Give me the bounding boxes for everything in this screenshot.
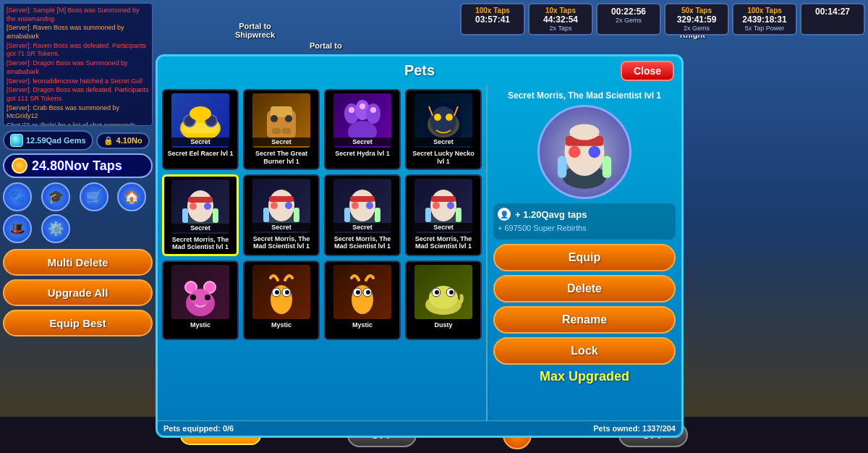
stat-row-taps: 👤 + 1.20Qavg taps bbox=[498, 208, 671, 221]
svg-rect-42 bbox=[344, 208, 350, 222]
svg-rect-36 bbox=[294, 208, 299, 222]
pet-cell-great-burner[interactable]: Secret Secret The Great Burner lvl 1 bbox=[243, 89, 320, 170]
selected-pet-large-svg bbox=[548, 112, 621, 192]
svg-point-7 bbox=[271, 115, 278, 122]
svg-point-68 bbox=[366, 290, 370, 295]
timer-1-label: 10x Taps bbox=[534, 7, 587, 14]
svg-point-67 bbox=[356, 290, 360, 295]
timer-2-label: 50x Taps bbox=[670, 7, 723, 14]
nav-grid: 🐾 🎓 🛒 🏠 🎩 ⚙️ bbox=[3, 182, 153, 243]
timer-5-sub: 5x Tap Power bbox=[738, 25, 791, 32]
pet-cell-mystic-1[interactable]: Mystic bbox=[162, 261, 239, 340]
pets-footer: Pets equipped: 0/6 Pets owned: 1337/204 bbox=[158, 420, 681, 436]
svg-point-48 bbox=[447, 202, 454, 209]
pet-name-mad-scientist-3: Secret Morris, The Mad Scientist lvl 1 bbox=[328, 235, 396, 251]
dialog-title: Pets bbox=[404, 62, 435, 79]
timer-3: 100x Taps 03:57:41 bbox=[460, 3, 525, 35]
pet-cell-mad-scientist-2[interactable]: Secret Secret Morris, The Mad Scientist … bbox=[243, 174, 320, 257]
pets-nav-button[interactable]: 🐾 bbox=[3, 182, 32, 211]
pet-name-eel-racer: Secret Eel Racer lvl 1 bbox=[167, 150, 233, 158]
close-button[interactable]: Close bbox=[621, 61, 674, 81]
timer-1: 10x Taps 44:32:54 2x Taps bbox=[528, 3, 593, 35]
svg-point-34 bbox=[285, 202, 292, 209]
settings-nav-button[interactable]: ⚙️ bbox=[41, 214, 70, 243]
upgrade-all-button[interactable]: Upgrade All bbox=[3, 279, 153, 306]
equip-button[interactable]: Equip bbox=[493, 244, 676, 271]
selected-pet-display bbox=[537, 105, 631, 199]
left-panel: [Server]: Sample [M] Boss was Summoned b… bbox=[0, 0, 156, 453]
taps-display: 24.80Nov Taps bbox=[3, 153, 153, 178]
svg-point-79 bbox=[589, 146, 601, 158]
pet-name-mystic-1: Mystic bbox=[190, 321, 210, 329]
pet-badge-lucky-necko: Secret bbox=[414, 137, 472, 146]
pet-cell-eel-racer[interactable]: Secret Secret Eel Racer lvl 1 bbox=[162, 89, 239, 170]
pet-image-eel-racer: Secret bbox=[171, 93, 229, 148]
action-buttons: Multi Delete Upgrade All Equip Best bbox=[3, 249, 153, 336]
shop-nav-button[interactable]: 🛒 bbox=[80, 182, 109, 211]
pet-image-orange-1 bbox=[252, 265, 310, 319]
dialog-body: Secret Secret Eel Racer lvl 1 Secret bbox=[158, 85, 681, 420]
pets-equipped-count: Pets equipped: 0/6 bbox=[163, 424, 234, 433]
portal-shipwreck: Portal toShipwreck bbox=[235, 22, 275, 39]
svg-rect-49 bbox=[425, 208, 431, 222]
selected-pet-title: Secret Morris, The Mad Scientist lvl 1 bbox=[493, 90, 676, 101]
currency-bar: 12.59Qad Gems 🔒 4.10No bbox=[3, 130, 153, 151]
pet-cell-dusty[interactable]: Dusty bbox=[405, 261, 482, 340]
timer-5: 100x Taps 2439:18:31 5x Tap Power bbox=[732, 3, 797, 35]
pet-badge-hydra: Secret bbox=[333, 137, 391, 146]
pet-cell-mad-scientist-4[interactable]: Secret Secret Morris, The Mad Scientist … bbox=[405, 174, 482, 257]
school-nav-button[interactable]: 🎓 bbox=[41, 182, 70, 211]
svg-point-16 bbox=[359, 103, 365, 109]
pet-cell-lucky-necko[interactable]: Secret Secret Lucky Necko lvl 1 bbox=[405, 89, 482, 170]
chat-line: [Server]: Dragon Boss was defeated. Part… bbox=[7, 86, 149, 103]
stat-row-rebirths: + 697500 Super Rebirths bbox=[498, 224, 671, 232]
pet-cell-orange-2[interactable]: Mystic bbox=[324, 261, 401, 340]
pet-image-orange-2 bbox=[333, 265, 391, 319]
pet-name-orange-1: Mystic bbox=[271, 321, 292, 329]
pet-cell-mad-scientist-3[interactable]: Secret Secret Morris, The Mad Scientist … bbox=[324, 174, 401, 257]
timer-1-value: 44:32:54 bbox=[534, 14, 587, 25]
timer-4-value: 00:22:56 bbox=[602, 7, 655, 17]
hat-nav-button[interactable]: 🎩 bbox=[3, 214, 32, 243]
svg-point-62 bbox=[285, 290, 289, 295]
svg-point-4 bbox=[190, 106, 211, 121]
svg-point-17 bbox=[370, 107, 376, 113]
delete-button[interactable]: Delete bbox=[493, 275, 676, 302]
pet-badge-mad-scientist-3: Secret bbox=[333, 223, 391, 232]
pet-grid: Secret Secret Eel Racer lvl 1 Secret bbox=[158, 85, 486, 420]
pet-badge-mad-scientist-2: Secret bbox=[252, 223, 310, 232]
orange-2-svg bbox=[337, 267, 388, 318]
svg-rect-32 bbox=[269, 196, 294, 202]
svg-point-61 bbox=[275, 290, 279, 295]
gems-value: 12.59Qad Gems bbox=[26, 136, 86, 145]
pet-image-lucky-necko: Secret bbox=[414, 93, 472, 148]
svg-point-56 bbox=[205, 295, 210, 300]
taps-icon bbox=[12, 158, 27, 174]
svg-rect-29 bbox=[213, 208, 218, 223]
lock-button[interactable]: Lock bbox=[493, 337, 676, 365]
pet-badge-eel-racer: Secret bbox=[171, 137, 229, 146]
pet-cell-mad-scientist-1[interactable]: Secret Secret Morris, The Mad Scientist … bbox=[162, 174, 239, 257]
svg-point-40 bbox=[352, 202, 359, 209]
svg-point-22 bbox=[446, 114, 453, 121]
pets-owned-count: Pets owned: 1337/204 bbox=[593, 424, 676, 433]
multi-delete-button[interactable]: Multi Delete bbox=[3, 249, 153, 276]
taps-value: 24.80Nov Taps bbox=[32, 158, 122, 174]
chat-line: [Server]: leonaddimcnow hatched a Secret… bbox=[7, 77, 149, 86]
rename-button[interactable]: Rename bbox=[493, 306, 676, 334]
stat-icon-taps: 👤 bbox=[498, 208, 511, 221]
home-nav-button[interactable]: 🏠 bbox=[117, 182, 146, 211]
pets-dialog: Pets Close Secret Secret Eel Racer lvl 1 bbox=[156, 54, 684, 438]
svg-rect-50 bbox=[456, 208, 461, 222]
pet-cell-orange-1[interactable]: Mystic bbox=[243, 261, 320, 340]
pet-badge-mad-scientist-1: Secret bbox=[171, 224, 229, 232]
svg-rect-10 bbox=[282, 128, 291, 134]
equip-best-button[interactable]: Equip Best bbox=[3, 310, 153, 336]
svg-point-74 bbox=[449, 290, 454, 295]
pet-cell-hydra[interactable]: Secret Secret Hydra lvl 1 bbox=[324, 89, 401, 170]
pet-image-mystic-1 bbox=[171, 265, 229, 319]
pet-name-lucky-necko: Secret Lucky Necko lvl 1 bbox=[409, 150, 477, 166]
pet-name-great-burner: Secret The Great Burner lvl 1 bbox=[247, 150, 315, 166]
pet-name-dusty: Dusty bbox=[434, 321, 452, 329]
timer-4: 00:22:56 2x Gems bbox=[596, 3, 661, 35]
